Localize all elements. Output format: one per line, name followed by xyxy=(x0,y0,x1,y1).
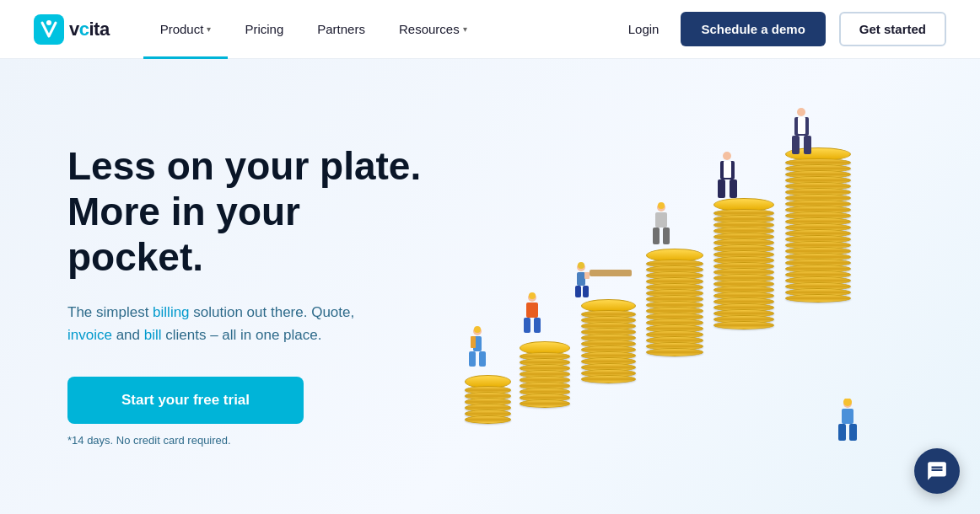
svg-rect-28 xyxy=(730,179,737,198)
svg-point-18 xyxy=(578,262,584,269)
nav-links: Product ▾ Pricing Partners Resources ▾ xyxy=(143,0,620,59)
figure-businessman-2 xyxy=(787,107,816,164)
figure-worker-4 xyxy=(649,202,674,257)
figure-worker-1 xyxy=(465,326,490,377)
svg-rect-36 xyxy=(842,409,853,424)
cta-note: *14 days. No credit card required. xyxy=(67,434,422,447)
logo[interactable]: vcita xyxy=(34,14,110,45)
svg-rect-4 xyxy=(469,351,476,367)
svg-rect-15 xyxy=(577,272,585,286)
svg-rect-19 xyxy=(584,272,590,279)
navbar: vcita Product ▾ Pricing Partners Resourc… xyxy=(0,0,980,59)
chevron-down-icon: ▾ xyxy=(463,24,467,34)
svg-rect-5 xyxy=(479,351,486,367)
coin-stack-5 xyxy=(713,198,774,451)
get-started-button[interactable]: Get started xyxy=(839,12,946,46)
svg-rect-29 xyxy=(724,161,731,178)
coins-scene xyxy=(465,139,870,476)
login-button[interactable]: Login xyxy=(620,22,668,36)
svg-rect-16 xyxy=(575,286,581,297)
chevron-down-icon: ▾ xyxy=(207,24,211,34)
svg-rect-23 xyxy=(663,228,670,244)
svg-rect-22 xyxy=(653,228,660,244)
svg-rect-9 xyxy=(526,303,538,318)
svg-rect-13 xyxy=(590,270,632,276)
svg-point-12 xyxy=(529,292,536,299)
svg-rect-27 xyxy=(718,179,725,198)
hero-image xyxy=(422,114,913,476)
svg-rect-6 xyxy=(471,336,476,348)
svg-point-25 xyxy=(723,152,731,160)
svg-rect-38 xyxy=(849,424,857,441)
svg-point-1 xyxy=(46,20,51,25)
schedule-demo-button[interactable]: Schedule a demo xyxy=(681,12,825,46)
svg-point-24 xyxy=(658,202,665,209)
figure-worker-3 xyxy=(573,257,640,308)
hero-subtitle: The simplest billing solution out there.… xyxy=(67,301,380,346)
nav-item-resources[interactable]: Resources ▾ xyxy=(382,0,484,59)
svg-rect-37 xyxy=(838,424,846,441)
nav-item-pricing[interactable]: Pricing xyxy=(228,0,300,59)
svg-point-30 xyxy=(797,108,805,116)
svg-rect-33 xyxy=(804,136,811,154)
svg-rect-32 xyxy=(792,136,800,154)
start-trial-button[interactable]: Start your free trial xyxy=(67,377,304,424)
hero-content: Less on your plate. More in your pocket.… xyxy=(67,143,422,447)
svg-rect-21 xyxy=(655,212,667,228)
svg-point-7 xyxy=(474,326,481,333)
figure-businessman xyxy=(713,151,742,208)
coin-stack-4 xyxy=(646,249,703,451)
chat-icon xyxy=(926,460,948,482)
figure-worker-2 xyxy=(520,292,545,343)
chat-bubble-button[interactable] xyxy=(914,448,960,494)
hero-section: Less on your plate. More in your pocket.… xyxy=(0,59,980,514)
svg-rect-0 xyxy=(34,14,64,45)
svg-rect-17 xyxy=(583,286,589,297)
nav-item-product[interactable]: Product ▾ xyxy=(143,0,229,59)
logo-text: vcita xyxy=(69,19,110,40)
coin-stack-3 xyxy=(581,299,636,451)
coin-stack-1 xyxy=(465,375,511,451)
figure-worker-5 xyxy=(834,399,861,451)
nav-right: Login Schedule a demo Get started xyxy=(620,12,946,46)
coin-stack-2 xyxy=(520,341,570,451)
nav-item-partners[interactable]: Partners xyxy=(300,0,382,59)
svg-rect-11 xyxy=(534,318,541,333)
svg-rect-10 xyxy=(524,318,530,333)
hero-title: Less on your plate. More in your pocket. xyxy=(67,143,422,281)
svg-rect-34 xyxy=(798,117,805,134)
